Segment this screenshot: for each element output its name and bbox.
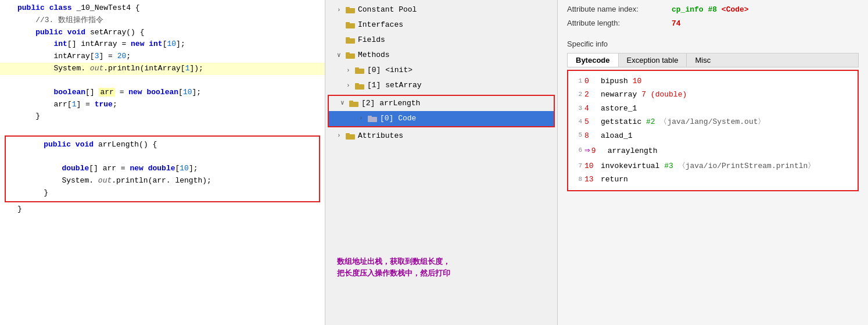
tree-arrow: › [359,113,367,124]
code-line: intArray[3] = 20; [0,51,325,63]
code-line: public void setArray() { [0,27,325,39]
svg-rect-17 [346,133,350,135]
attr-name-value-green: cp_info #8 [672,5,717,14]
specific-info-label: Specific info [567,40,859,48]
svg-rect-3 [346,22,350,24]
line-code: //3. 数组操作指令 [17,15,320,27]
tree-item-label: Interfaces [358,19,403,31]
attr-name-label: Attribute name index: [567,5,672,13]
svg-rect-13 [349,101,353,103]
svg-rect-9 [355,67,359,70]
annotation-line2: 把长度压入操作数栈中，然后打印 [337,267,450,279]
line-code: arr[1] = true; [17,99,320,111]
line-code: System. out.println(intArray[1]); [17,63,320,75]
code-line: System. out.println(arr. length); [8,175,317,187]
tree-arrow: ∨ [337,50,345,61]
tree-item-code[interactable]: › [0] Code [329,111,554,126]
arrow-indicator: ⇒ [584,142,590,159]
attr-length-row: Attribute length: 74 [567,19,859,28]
bc-row-8: 8 13 return [573,173,853,186]
folder-icon [345,51,356,59]
folder-icon [345,6,356,14]
bc-row-4: 4 5 getstatic #2 〈java/lang/System.out〉 [573,115,853,128]
tree-item-constant-pool[interactable]: › Constant Pool [325,2,557,17]
line-code: public class _10_NewTest4 { [17,2,320,15]
tree-item-label: [2] arrLength [361,97,420,110]
bc-row-5: 5 8 aload_1 [573,129,853,142]
bc-row-7: 7 10 invokevirtual #3 〈java/io/PrintStre… [573,159,853,173]
tree-item-arrlength[interactable]: ∨ [2] arrLength [329,96,554,111]
tree-item-interfaces[interactable]: Interfaces [325,17,557,33]
arrLength-block: public void arrLength() { double[] arr =… [5,135,320,202]
folder-icon [367,115,378,123]
tabs-row: Bytecode Exception table Misc [567,53,859,67]
tree-panel: › Constant Pool Interfaces [325,0,558,325]
folder-icon [345,21,356,29]
bytecode-panel: 1 0 bipush 10 2 2 newarray 7 (double) 3 … [567,70,859,191]
tree-item-label: Methods [358,49,390,62]
code-content: public class _10_NewTest4 { //3. 数组操作指令 … [0,0,325,218]
svg-rect-11 [355,83,359,85]
code-line: boolean[] arr = new boolean[10]; [0,87,325,99]
tab-misc[interactable]: Misc [687,53,719,67]
folder-icon [354,82,365,90]
folder-icon [345,36,356,44]
tree-content: › Constant Pool Interfaces [325,0,557,146]
line-code: } [17,110,320,123]
tree-item-label: Constant Pool [358,3,417,16]
tree-item-label: Fields [358,34,385,47]
code-line-highlight: System. out.println(intArray[1]); [0,63,325,75]
line-code: System. out.println(arr. length); [26,175,312,187]
svg-rect-15 [368,116,372,118]
tree-arrow: › [346,65,354,76]
tree-arrow: › [337,130,345,141]
code-line: //3. 数组操作指令 [0,15,325,27]
code-line: public void arrLength() { [8,139,317,151]
svg-rect-1 [346,7,350,9]
line-code: public void arrLength() { [26,139,312,151]
attr-name-row: Attribute name index: cp_info #8 <Code> [567,5,859,14]
line-code: intArray[3] = 20; [17,51,320,63]
line-code: double[] arr = new double[10]; [26,163,312,175]
tree-arrow: ∨ [340,98,349,109]
tree-item-attributes[interactable]: › Attributes [325,128,557,144]
folder-icon [349,99,359,108]
svg-rect-7 [346,52,350,55]
attr-length-value: 74 [672,19,681,28]
tree-arrow: › [346,80,354,91]
tree-item-label: [1] setArray [367,79,422,92]
attr-length-label: Attribute length: [567,19,672,27]
code-line-empty [0,123,325,134]
code-line: } [0,110,325,123]
tree-item-init[interactable]: › [0] <init> [325,63,557,78]
tree-item-label: [0] <init> [367,64,413,77]
tree-arrow: › [337,5,345,16]
code-line: double[] arr = new double[10]; [8,163,317,175]
tree-item-setarray[interactable]: › [1] setArray [325,78,557,93]
bc-row-1: 1 0 bipush 10 [573,74,853,88]
tree-item-label: [0] Code [380,112,416,125]
tree-item-label: Attributes [358,130,403,142]
code-line: public class _10_NewTest4 { [0,2,325,15]
attr-panel: Attribute name index: cp_info #8 <Code> … [558,0,868,325]
code-line-empty [8,151,317,163]
folder-icon [354,66,365,74]
svg-rect-5 [346,37,350,40]
code-panel: public class _10_NewTest4 { //3. 数组操作指令 … [0,0,325,325]
bc-row-6: 6 ⇒ 9 arraylength [573,142,853,159]
line-code: public void setArray() { [17,27,320,39]
bc-row-3: 3 4 astore_1 [573,102,853,115]
tree-item-fields[interactable]: Fields [325,33,557,48]
bc-row-2: 2 2 newarray 7 (double) [573,88,853,101]
line-code: int[] intArray = new int[10]; [17,38,320,51]
line-code: } [17,203,320,216]
folder-icon [345,132,356,140]
tab-exception-table[interactable]: Exception table [619,53,687,67]
tree-item-methods[interactable]: ∨ Methods [325,48,557,63]
code-line-empty [0,75,325,87]
line-code: } [26,187,312,199]
code-line: int[] intArray = new int[10]; [0,38,325,51]
annotation-line1: 数组地址出栈，获取到数组长度， [337,256,450,267]
tab-bytecode[interactable]: Bytecode [568,53,619,67]
annotation-text: 数组地址出栈，获取到数组长度， 把长度压入操作数栈中，然后打印 [337,256,450,278]
